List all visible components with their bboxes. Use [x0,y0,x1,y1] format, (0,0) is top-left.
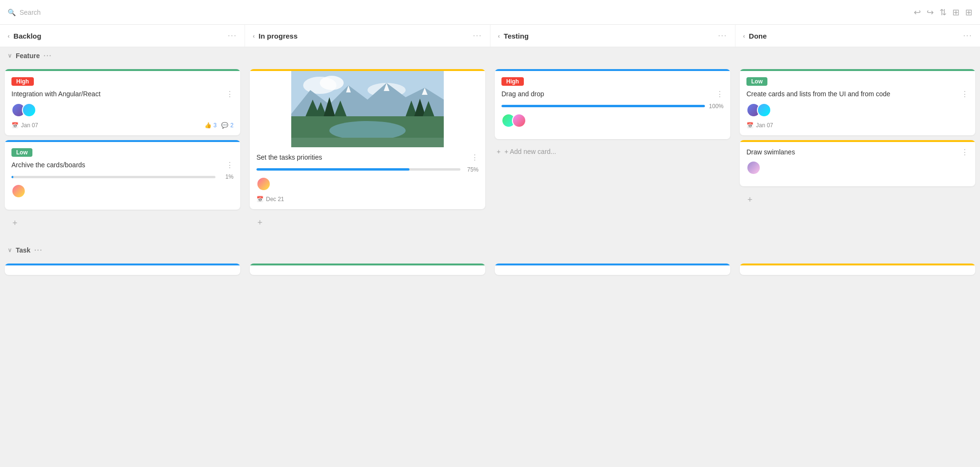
card-tasks-priorities[interactable]: Set the tasks priorities ⋮ 75% [250,69,485,209]
card-avatars [256,177,479,191]
redo-icon[interactable]: ↪ [927,7,934,18]
undo-icon[interactable]: ↩ [914,7,921,18]
column-header-done: ‹ Done ··· [735,25,980,47]
done-more[interactable]: ··· [963,31,972,40]
column-header-backlog: ‹ Backlog ··· [0,25,245,47]
backlog-more[interactable]: ··· [228,31,237,40]
likes[interactable]: 👍 3 [204,122,217,129]
done-task-lane [735,259,980,316]
task-more[interactable]: ··· [34,246,43,254]
card-archive[interactable]: Low Archive the cards/boards ⋮ 1% [5,140,240,210]
feature-swimlane-header: ∨ Feature ··· [0,47,980,64]
avatar [22,103,36,117]
task-card-stub-inprogress[interactable] [250,264,485,275]
calendar-icon: 📅 [256,196,264,203]
priority-badge: High [501,77,524,86]
card-menu[interactable]: ⋮ [716,90,724,99]
avatar [746,161,761,175]
testing-task-lane [490,259,735,316]
backlog-label: Backlog [13,32,41,40]
column-header-inprogress: ‹ In progress ··· [245,25,490,47]
inprogress-more[interactable]: ··· [473,31,482,40]
inprogress-feature-lane: Set the tasks priorities ⋮ 75% [245,64,490,237]
card-create-cards[interactable]: Low Create cards and lists from the UI a… [740,69,975,135]
card-menu[interactable]: ⋮ [226,90,234,99]
like-icon: 👍 [204,122,212,129]
card-date: 📅 Jan 07 [746,122,773,129]
search-icon: 🔍 [8,9,16,16]
inprogress-chevron[interactable]: ‹ [253,32,255,40]
avatar [757,103,771,117]
card-menu[interactable]: ⋮ [226,161,234,170]
column-header-testing: ‹ Testing ··· [490,25,735,47]
card-menu[interactable]: ⋮ [961,90,969,99]
task-card-stub-testing[interactable] [495,264,730,275]
comment-icon: 💬 [221,122,228,129]
board-area: ∨ Feature ··· High Integration with Angu… [0,47,980,467]
avatar [11,184,26,198]
add-backlog-feature[interactable]: + [5,214,24,232]
columns-header: ‹ Backlog ··· ‹ In progress ··· ‹ Testin… [0,25,980,47]
card-progress: 75% [256,166,479,173]
testing-chevron[interactable]: ‹ [498,32,500,40]
card-image [250,71,485,147]
card-avatars [11,184,234,198]
feature-label: Feature [16,52,40,60]
toolbar-actions: ↩ ↪ ⇅ ⊞ ⊞ [914,7,972,18]
backlog-chevron[interactable]: ‹ [8,32,10,40]
task-label: Task [16,246,31,254]
card-menu[interactable]: ⋮ [961,148,969,157]
comments[interactable]: 💬 2 [221,122,234,129]
sort-icon[interactable]: ⇅ [939,7,947,18]
calendar-icon: 📅 [746,122,754,129]
testing-more[interactable]: ··· [718,31,727,40]
card-title: Drag and drop [501,90,712,99]
testing-feature-lane: High Drag and drop ⋮ 100% [490,64,735,237]
feature-more[interactable]: ··· [44,52,52,60]
card-title: Set the tasks priorities [256,153,467,162]
task-chevron[interactable]: ∨ [8,247,12,254]
card-avatars [746,161,969,175]
svg-rect-17 [291,138,444,147]
add-testing-feature[interactable]: + + Add new card... [495,144,730,159]
priority-badge-low: Low [11,148,32,157]
inprogress-task-lane [245,259,490,316]
task-card-stub-backlog[interactable] [5,264,240,275]
feature-swimlane-row: High Integration with Angular/React ⋮ 📅 [0,64,980,237]
card-title: Archive the cards/boards [11,161,222,170]
main-content: ‹ Backlog ··· ‹ In progress ··· ‹ Testin… [0,25,980,467]
card-menu[interactable]: ⋮ [471,153,479,162]
card-date: 📅 Dec 21 [256,196,284,203]
backlog-task-lane [0,259,245,316]
add-icon: + [497,148,500,155]
add-done-feature[interactable]: + [740,191,759,209]
card-title: Integration with Angular/React [11,90,222,99]
card-title: Draw swimlanes [746,148,957,157]
done-chevron[interactable]: ‹ [743,32,745,40]
task-card-stub-done[interactable] [740,264,975,275]
avatar [512,113,526,128]
add-inprogress-feature[interactable]: + [250,214,269,232]
card-avatars [746,103,969,117]
svg-point-16 [329,121,406,140]
add-column-icon[interactable]: ⊞ [952,7,960,18]
card-avatars [501,113,724,128]
card-integration[interactable]: High Integration with Angular/React ⋮ 📅 [5,69,240,135]
inprogress-label: In progress [259,32,298,40]
priority-badge: Low [746,77,767,86]
feature-chevron[interactable]: ∨ [8,52,12,59]
card-drag-drop[interactable]: High Drag and drop ⋮ 100% [495,69,730,139]
card-draw-swimlanes[interactable]: Draw swimlanes ⋮ [740,140,975,187]
card-avatars [11,103,234,117]
testing-label: Testing [504,32,529,40]
search-text[interactable]: Search [20,9,41,16]
progress-fill [11,176,13,178]
search-area[interactable]: 🔍 Search [8,9,41,16]
progress-fill [501,105,705,107]
done-feature-lane: Low Create cards and lists from the UI a… [735,64,980,237]
toolbar: 🔍 Search ↩ ↪ ⇅ ⊞ ⊞ [0,0,980,25]
card-date: 📅 Jan 07 [11,122,38,129]
grid-icon[interactable]: ⊞ [965,7,972,18]
done-label: Done [749,32,767,40]
task-swimlane-header: ∨ Task ··· [0,242,980,259]
